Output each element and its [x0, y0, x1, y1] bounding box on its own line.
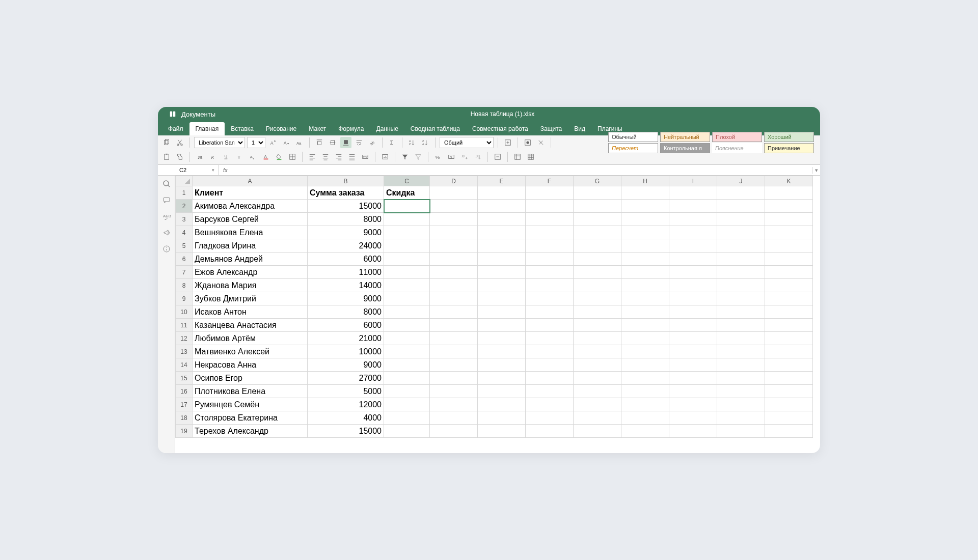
cell[interactable] — [526, 239, 574, 253]
named-range-icon[interactable]: ab — [379, 151, 391, 162]
cell[interactable] — [478, 200, 526, 213]
cell[interactable] — [430, 358, 478, 372]
cell[interactable] — [765, 266, 813, 279]
cell[interactable] — [621, 345, 669, 358]
decrease-decimal-icon[interactable]: .0 — [459, 151, 470, 162]
column-header-D[interactable]: D — [430, 176, 478, 186]
cell[interactable] — [765, 319, 813, 332]
row-header[interactable]: 14 — [176, 358, 193, 372]
cell[interactable] — [478, 213, 526, 226]
cell[interactable] — [717, 372, 765, 385]
select-all-corner[interactable] — [176, 176, 193, 186]
align-center-icon[interactable] — [320, 151, 331, 162]
cell[interactable] — [384, 358, 430, 372]
cell[interactable] — [621, 200, 669, 213]
cell[interactable] — [717, 226, 765, 239]
cell[interactable] — [384, 345, 430, 358]
cell[interactable] — [430, 319, 478, 332]
cell[interactable] — [526, 398, 574, 411]
row-header[interactable]: 12 — [176, 332, 193, 345]
cell[interactable] — [717, 425, 765, 438]
cell[interactable] — [430, 253, 478, 266]
cell[interactable] — [717, 332, 765, 345]
cell[interactable] — [621, 398, 669, 411]
wrap-text-icon[interactable] — [354, 137, 365, 148]
cell[interactable]: Клиент — [193, 186, 308, 200]
cell[interactable]: Исаков Антон — [193, 305, 308, 319]
style-bad[interactable]: Плохой — [712, 132, 762, 142]
font-color-icon[interactable]: A — [260, 151, 271, 162]
decrease-font-icon[interactable]: A▼ — [281, 137, 292, 148]
row-header[interactable]: 4 — [176, 226, 193, 239]
cell[interactable] — [384, 253, 430, 266]
cell[interactable]: Казанцева Анастасия — [193, 319, 308, 332]
cell[interactable] — [574, 385, 621, 398]
align-bottom-icon[interactable] — [340, 137, 351, 148]
cell[interactable] — [717, 239, 765, 253]
column-header-F[interactable]: F — [526, 176, 574, 186]
cell[interactable]: Вешнякова Елена — [193, 226, 308, 239]
cell[interactable] — [621, 358, 669, 372]
cell[interactable] — [765, 385, 813, 398]
insert-cells-icon[interactable] — [502, 137, 513, 148]
cell[interactable] — [574, 425, 621, 438]
cell[interactable] — [384, 266, 430, 279]
cell[interactable]: 24000 — [308, 239, 384, 253]
menu-item-макет[interactable]: Макет — [303, 122, 332, 135]
cell[interactable]: 4000 — [308, 411, 384, 425]
column-header-H[interactable]: H — [621, 176, 669, 186]
cell[interactable] — [717, 186, 765, 200]
cell[interactable] — [478, 425, 526, 438]
cell[interactable] — [574, 411, 621, 425]
style-normal[interactable]: Обычный — [608, 132, 658, 142]
spellcheck-icon[interactable]: АБВ — [162, 212, 171, 220]
cell[interactable]: Сумма заказа — [308, 186, 384, 200]
cell[interactable] — [717, 345, 765, 358]
cell[interactable] — [669, 279, 717, 292]
cell[interactable] — [621, 226, 669, 239]
table-icon[interactable] — [512, 151, 523, 162]
italic-icon[interactable]: К — [207, 151, 219, 162]
cell[interactable] — [765, 200, 813, 213]
cell[interactable]: Гладкова Ирина — [193, 239, 308, 253]
cell[interactable] — [717, 305, 765, 319]
style-neutral[interactable]: Нейтральный — [660, 132, 710, 142]
row-header[interactable]: 18 — [176, 411, 193, 425]
row-header[interactable]: 16 — [176, 385, 193, 398]
cell[interactable] — [526, 253, 574, 266]
cell[interactable]: Скидка — [384, 186, 430, 200]
cell[interactable] — [621, 411, 669, 425]
cell[interactable]: 9000 — [308, 226, 384, 239]
menu-item-защита[interactable]: Защита — [534, 122, 568, 135]
sort-desc-icon[interactable]: ZA — [420, 137, 431, 148]
cell[interactable] — [621, 239, 669, 253]
column-header-A[interactable]: A — [193, 176, 308, 186]
style-note[interactable]: Примечание — [764, 143, 814, 153]
row-header[interactable]: 8 — [176, 279, 193, 292]
increase-font-icon[interactable]: A▲ — [267, 137, 279, 148]
style-good[interactable]: Хороший — [764, 132, 814, 142]
cell[interactable] — [574, 200, 621, 213]
cell[interactable] — [430, 226, 478, 239]
cell[interactable] — [526, 345, 574, 358]
spreadsheet-grid[interactable]: ABCDEFGHIJK 1КлиентСумма заказаСкидка2Ак… — [175, 176, 813, 438]
bold-icon[interactable]: Ж — [194, 151, 205, 162]
cut-icon[interactable] — [174, 137, 185, 148]
row-header[interactable]: 19 — [176, 425, 193, 438]
row-header[interactable]: 10 — [176, 305, 193, 319]
cell[interactable] — [526, 305, 574, 319]
cell[interactable] — [526, 226, 574, 239]
cell[interactable] — [430, 425, 478, 438]
row-header[interactable]: 7 — [176, 266, 193, 279]
cell[interactable] — [669, 358, 717, 372]
cell[interactable] — [384, 332, 430, 345]
cell[interactable] — [526, 279, 574, 292]
borders-icon[interactable] — [287, 151, 298, 162]
cell[interactable]: Жданова Мария — [193, 279, 308, 292]
format-painter-icon[interactable] — [174, 151, 185, 162]
cell[interactable] — [765, 226, 813, 239]
cell[interactable] — [384, 292, 430, 305]
cell[interactable]: 14000 — [308, 279, 384, 292]
accounting-icon[interactable]: $ — [446, 151, 457, 162]
conditional-format-icon[interactable] — [522, 137, 533, 148]
